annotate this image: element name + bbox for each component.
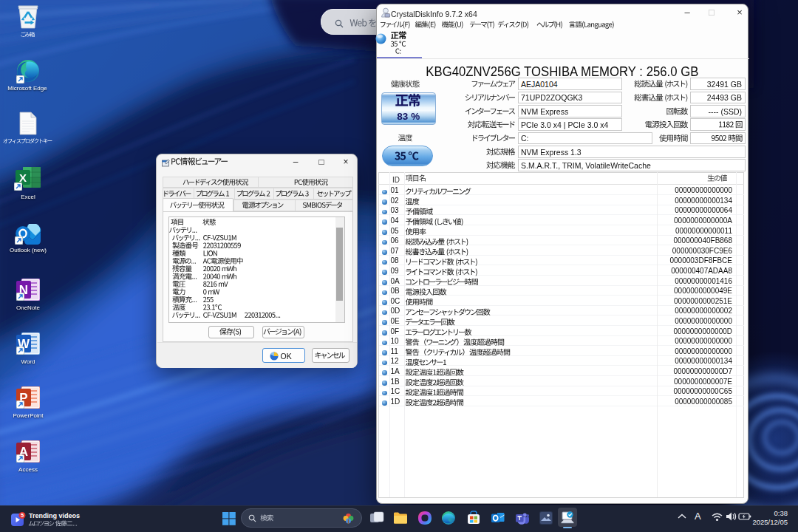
svg-text:5: 5 — [21, 512, 24, 519]
